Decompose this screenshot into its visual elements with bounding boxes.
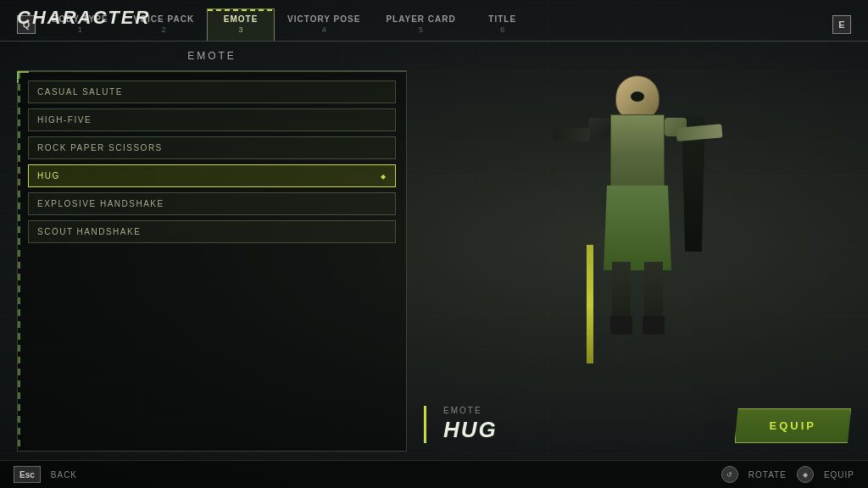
emote-item-casual-salute[interactable]: CASUAL SALUTE xyxy=(28,80,396,103)
char-arm-left xyxy=(553,128,590,141)
emote-info-display: EMOTE HUG xyxy=(424,406,498,443)
char-head xyxy=(615,75,659,119)
emote-item-rock-paper-scissors[interactable]: ROCK PAPER SCISSORS xyxy=(28,136,396,159)
page-title: CHARACTER xyxy=(17,7,150,28)
selected-emote-name: HUG xyxy=(443,417,498,443)
char-arm-right xyxy=(676,124,722,141)
character-display xyxy=(424,50,851,406)
emote-item-explosive-handshake[interactable]: EXPLOSIVE HANDSHAKE xyxy=(28,192,396,215)
panel-title: EMOTE xyxy=(17,50,407,62)
main-content: EMOTE CASUAL SALUTE HIGH-FIVE ROCK PAPER… xyxy=(0,42,868,460)
char-visor xyxy=(631,92,644,102)
emote-list-panel: EMOTE CASUAL SALUTE HIGH-FIVE ROCK PAPER… xyxy=(17,50,407,452)
emote-item-scout-handshake[interactable]: SCOUT HANDSHAKE xyxy=(28,220,396,243)
rotate-icon: ↺ xyxy=(721,466,738,483)
equip-button[interactable]: EQUIP xyxy=(735,408,851,443)
emote-item-high-five[interactable]: HIGH-FIVE xyxy=(28,108,396,131)
footer-left: Esc BACK xyxy=(14,466,77,483)
footer-equip-label: EQUIP xyxy=(824,470,854,480)
emote-item-hug[interactable]: HUG xyxy=(28,164,396,187)
back-label: BACK xyxy=(51,470,77,480)
selected-emote-type: EMOTE xyxy=(443,406,498,415)
char-skirt xyxy=(604,186,671,270)
char-leg-right xyxy=(644,262,663,321)
char-torso xyxy=(610,114,665,191)
char-leg-left xyxy=(612,262,631,321)
e-key-button[interactable]: E xyxy=(832,15,851,34)
footer: Esc BACK ↺ ROTATE ◆ EQUIP xyxy=(0,460,868,488)
char-boot-left xyxy=(610,316,632,335)
equip-icon: ◆ xyxy=(797,466,814,483)
rotate-label: ROTATE xyxy=(748,470,787,480)
char-accent-stripe xyxy=(587,245,593,363)
esc-key[interactable]: Esc xyxy=(14,466,41,483)
tab-victory-pose[interactable]: VICTORY POSE 4 xyxy=(275,8,373,41)
v-line-decoration xyxy=(18,72,20,451)
char-shoulder-left xyxy=(588,118,610,136)
tab-player-card[interactable]: PLAYER CARD 5 xyxy=(373,8,468,41)
emote-list: CASUAL SALUTE HIGH-FIVE ROCK PAPER SCISS… xyxy=(17,70,407,452)
footer-right: ↺ ROTATE ◆ EQUIP xyxy=(721,466,854,483)
char-boot-right xyxy=(643,316,665,335)
character-preview-panel: EMOTE HUG EQUIP xyxy=(424,50,851,452)
character-figure xyxy=(553,75,722,363)
tab-emote[interactable]: EMOTE 3 xyxy=(207,8,275,41)
bottom-info-bar: EMOTE HUG EQUIP xyxy=(424,406,851,452)
tab-title[interactable]: TITLE 6 xyxy=(469,8,537,41)
header: Q BODY TYPE 1 VOICE PACK 2 EMOTE 3 VICTO… xyxy=(0,0,868,42)
